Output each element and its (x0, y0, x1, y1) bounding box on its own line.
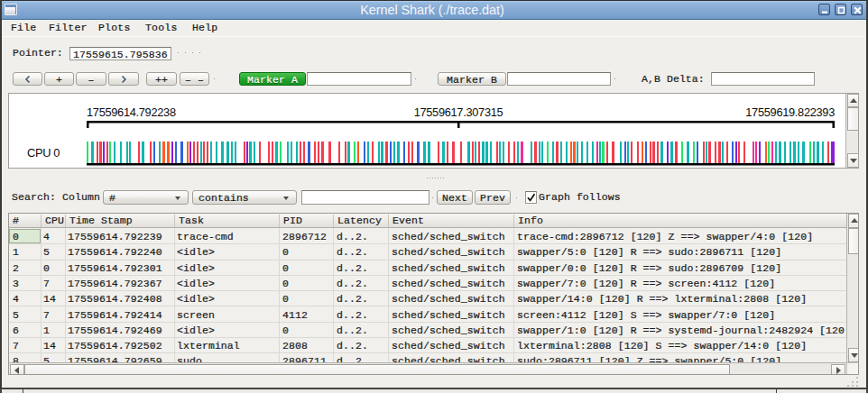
svg-text:17559617.307315: 17559617.307315 (414, 105, 503, 119)
svg-text:17559614.792238: 17559614.792238 (87, 105, 176, 119)
svg-text:CPU 0: CPU 0 (27, 146, 60, 160)
svg-text:17559619.822393: 17559619.822393 (745, 105, 835, 119)
